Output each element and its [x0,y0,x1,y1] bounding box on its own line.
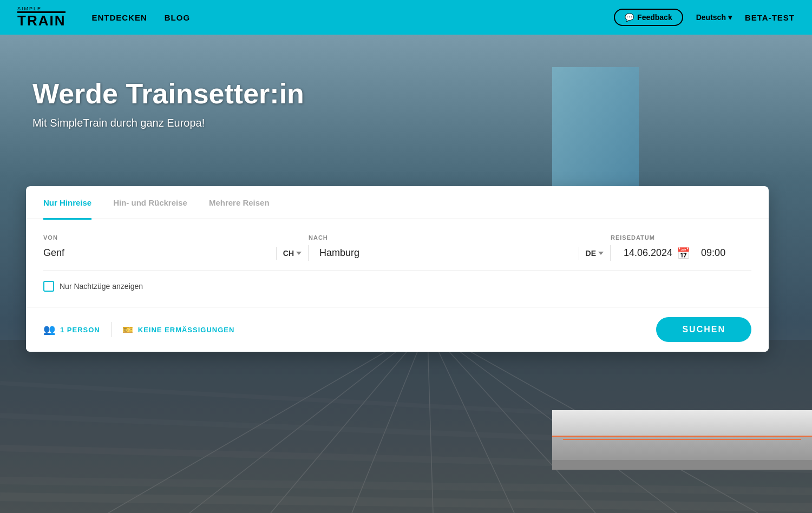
search-button[interactable]: SUCHEN [656,317,751,342]
beta-badge: BETA-TEST [745,13,795,22]
from-label: VON [43,234,309,241]
night-trains-row: Nur Nachtzüge anzeigen [43,271,751,296]
search-card: Nur Hinreise Hin- und Rückreise Mehrere … [26,186,769,352]
from-country-select[interactable]: CH [276,247,308,260]
from-city-input[interactable] [43,245,276,261]
chevron-down-icon: ▾ [728,13,732,22]
tab-round-trip[interactable]: Hin- und Rückreise [113,187,187,220]
passengers-button[interactable]: 👥 1 PERSON [43,324,100,336]
person-icon: 👥 [43,324,56,336]
language-selector[interactable]: Deutsch ▾ [696,13,732,22]
hero-subtitle: Mit SimpleTrain durch ganz Europa! [32,117,304,129]
from-country-code: CH [283,249,294,258]
field-labels-row: VON NACH REISEDATUM [43,234,751,241]
feedback-label: Feedback [637,13,672,22]
feedback-icon: 💬 [625,13,634,22]
to-country-code: DE [586,249,596,258]
logo-simple-text: SIMPLE [17,6,66,11]
trip-type-tabs: Nur Hinreise Hin- und Rückreise Mehrere … [26,186,769,219]
night-trains-checkbox[interactable] [43,281,54,292]
from-country-chevron [296,252,302,255]
tab-multi-trip[interactable]: Mehrere Reisen [209,187,270,220]
to-country-chevron [598,252,604,255]
hero-section: Werde Trainsetter:in Mit SimpleTrain dur… [0,35,812,513]
night-trains-label[interactable]: Nur Nachtzüge anzeigen [60,282,143,291]
date-value[interactable]: 14.06.2024 [624,247,672,259]
calendar-icon[interactable]: 📅 [677,247,690,260]
passengers-label: 1 PERSON [60,326,100,334]
date-label: REISEDATUM [611,234,751,241]
from-field-wrap: CH [43,245,309,261]
discounts-button[interactable]: 🎫 KEINE ERMÄSSIGUNGEN [122,325,235,335]
discount-icon: 🎫 [122,325,134,335]
nav-links: ENTDECKEN BLOG [91,13,614,22]
nav-entdecken[interactable]: ENTDECKEN [91,13,147,22]
hero-text: Werde Trainsetter:in Mit SimpleTrain dur… [32,78,304,129]
inputs-row: CH DE 14.06.2024 📅 09:00 [43,245,751,271]
time-value[interactable]: 09:00 [701,247,725,259]
logo[interactable]: SIMPLE TRAIN [17,6,66,29]
search-form: VON NACH REISEDATUM CH DE [26,219,769,307]
nav-blog[interactable]: BLOG [165,13,190,22]
hero-train [552,410,812,470]
discounts-label: KEINE ERMÄSSIGUNGEN [138,326,235,334]
navbar: SIMPLE TRAIN ENTDECKEN BLOG 💬 Feedback D… [0,0,812,35]
to-city-input[interactable] [319,245,579,261]
to-label: NACH [309,234,611,241]
nav-right: 💬 Feedback Deutsch ▾ BETA-TEST [614,9,795,26]
to-country-select[interactable]: DE [579,247,610,260]
hero-title: Werde Trainsetter:in [32,78,304,110]
divider [111,322,112,337]
logo-train-text: TRAIN [17,11,66,29]
language-label: Deutsch [696,13,726,22]
date-wrap: 14.06.2024 📅 09:00 [611,247,751,260]
search-bottom-row: 👥 1 PERSON 🎫 KEINE ERMÄSSIGUNGEN SUCHEN [26,307,769,352]
to-field-wrap: DE [309,245,611,261]
feedback-button[interactable]: 💬 Feedback [614,9,683,26]
tab-one-way[interactable]: Nur Hinreise [43,187,91,220]
